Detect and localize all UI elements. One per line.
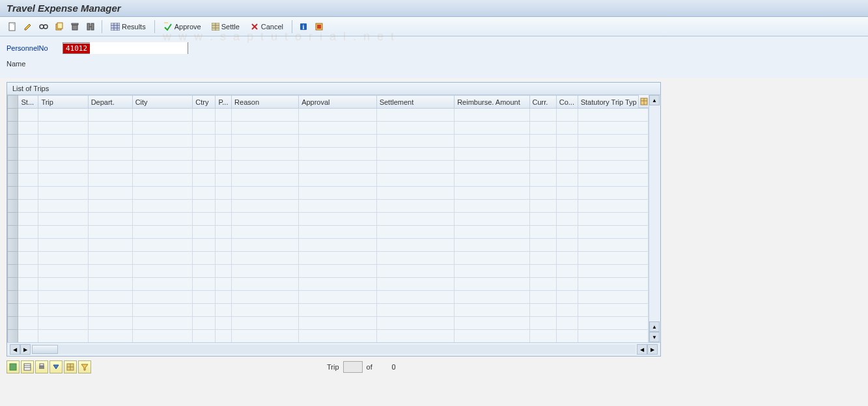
pernr-input[interactable] — [90, 42, 188, 54]
cell-ctry[interactable] — [193, 213, 216, 226]
cell-reimburse[interactable] — [455, 239, 529, 252]
cell-reimburse[interactable] — [455, 226, 529, 239]
cell-stat[interactable] — [578, 174, 648, 187]
table-row[interactable] — [8, 135, 649, 148]
cell-trip[interactable] — [38, 252, 88, 265]
cell-stat[interactable] — [578, 317, 648, 330]
cell-ctry[interactable] — [193, 148, 216, 161]
trip-current-input[interactable] — [343, 361, 363, 373]
cell-settlement[interactable] — [376, 226, 455, 239]
footer-btn-2[interactable] — [21, 360, 34, 373]
cell-reimburse[interactable] — [455, 213, 529, 226]
delete-button[interactable] — [68, 20, 82, 34]
cell-city[interactable] — [132, 122, 193, 135]
row-selector[interactable] — [8, 187, 18, 200]
cell-p[interactable] — [216, 239, 232, 252]
scroll-right-button[interactable]: ▶ — [647, 344, 658, 355]
cell-curr[interactable] — [529, 291, 556, 304]
cell-reason[interactable] — [232, 122, 299, 135]
table-row[interactable] — [8, 109, 649, 122]
cell-ctry[interactable] — [193, 239, 216, 252]
cell-depart[interactable] — [88, 174, 132, 187]
cell-ctry[interactable] — [193, 200, 216, 213]
cell-reason[interactable] — [232, 135, 299, 148]
cell-ctry[interactable] — [193, 317, 216, 330]
cell-co[interactable] — [556, 278, 578, 291]
settle-button[interactable]: Settle — [207, 20, 244, 34]
cell-ctry[interactable] — [193, 304, 216, 317]
cell-p[interactable] — [216, 291, 232, 304]
row-selector[interactable] — [8, 148, 18, 161]
cell-settlement[interactable] — [376, 252, 455, 265]
cell-approval[interactable] — [299, 122, 377, 135]
footer-btn-4[interactable] — [49, 360, 63, 373]
cell-trip[interactable] — [38, 161, 88, 174]
cell-curr[interactable] — [529, 226, 556, 239]
cell-co[interactable] — [556, 187, 578, 200]
cell-trip[interactable] — [38, 213, 88, 226]
cell-reimburse[interactable] — [455, 330, 529, 343]
cell-settlement[interactable] — [376, 239, 455, 252]
table-row[interactable] — [8, 187, 649, 200]
settings-button[interactable] — [312, 20, 326, 34]
cell-trip[interactable] — [38, 109, 88, 122]
cell-depart[interactable] — [88, 200, 132, 213]
cell-trip[interactable] — [38, 187, 88, 200]
edit-button[interactable] — [21, 20, 35, 34]
cell-settlement[interactable] — [376, 278, 455, 291]
cell-reason[interactable] — [232, 226, 299, 239]
cell-reason[interactable] — [232, 161, 299, 174]
cell-depart[interactable] — [88, 252, 132, 265]
row-selector[interactable] — [8, 265, 18, 278]
create-button[interactable] — [5, 20, 20, 34]
row-selector[interactable] — [8, 252, 18, 265]
cell-city[interactable] — [132, 174, 193, 187]
cell-co[interactable] — [556, 161, 578, 174]
cell-st[interactable] — [18, 109, 38, 122]
cell-stat[interactable] — [578, 148, 648, 161]
cell-co[interactable] — [556, 122, 578, 135]
cell-reason[interactable] — [232, 278, 299, 291]
row-selector[interactable] — [8, 278, 18, 291]
info-button[interactable]: i — [296, 20, 311, 34]
table-row[interactable] — [8, 317, 649, 330]
cell-p[interactable] — [216, 278, 232, 291]
table-row[interactable] — [8, 278, 649, 291]
cell-trip[interactable] — [38, 122, 88, 135]
cell-ctry[interactable] — [193, 135, 216, 148]
cell-reimburse[interactable] — [455, 252, 529, 265]
cell-stat[interactable] — [578, 122, 648, 135]
cell-reason[interactable] — [232, 213, 299, 226]
cell-stat[interactable] — [578, 239, 648, 252]
cell-reimburse[interactable] — [455, 291, 529, 304]
hscroll-thumb[interactable] — [32, 345, 58, 354]
cell-trip[interactable] — [38, 317, 88, 330]
cell-co[interactable] — [556, 291, 578, 304]
table-row[interactable] — [8, 330, 649, 343]
vertical-scrollbar[interactable]: ▲ ▲ ▼ — [649, 95, 660, 342]
cell-st[interactable] — [18, 213, 38, 226]
table-row[interactable] — [8, 161, 649, 174]
cell-city[interactable] — [132, 278, 193, 291]
col-header-city[interactable]: City — [132, 96, 193, 109]
cell-co[interactable] — [556, 330, 578, 343]
cell-reimburse[interactable] — [455, 148, 529, 161]
cell-approval[interactable] — [299, 252, 377, 265]
cell-settlement[interactable] — [376, 148, 455, 161]
cell-co[interactable] — [556, 252, 578, 265]
row-selector[interactable] — [8, 109, 18, 122]
cell-approval[interactable] — [299, 213, 377, 226]
cell-reimburse[interactable] — [455, 304, 529, 317]
row-selector[interactable] — [8, 213, 18, 226]
cell-stat[interactable] — [578, 109, 648, 122]
row-selector[interactable] — [8, 122, 18, 135]
cell-settlement[interactable] — [376, 265, 455, 278]
cell-approval[interactable] — [299, 109, 377, 122]
cell-depart[interactable] — [88, 239, 132, 252]
cell-depart[interactable] — [88, 161, 132, 174]
cell-city[interactable] — [132, 317, 193, 330]
footer-btn-1[interactable] — [7, 360, 20, 373]
table-row[interactable] — [8, 200, 649, 213]
cell-reimburse[interactable] — [455, 135, 529, 148]
cell-p[interactable] — [216, 135, 232, 148]
